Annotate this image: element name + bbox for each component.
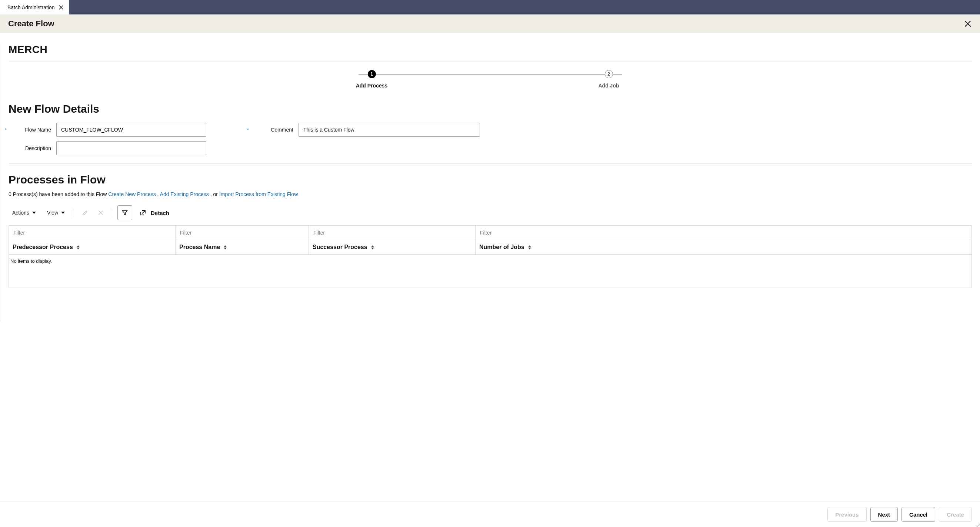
step-add-job[interactable]: 2 Add Job	[587, 70, 631, 89]
processes-table: Predecessor Process Process Name Success…	[8, 225, 972, 288]
description-label: Description	[8, 145, 51, 151]
sort-icon[interactable]	[528, 245, 531, 249]
comment-input[interactable]	[299, 123, 480, 137]
sort-icon[interactable]	[224, 245, 227, 249]
actions-menu[interactable]: Actions	[8, 208, 40, 218]
divider	[74, 209, 74, 217]
col-predecessor[interactable]: Predecessor Process	[9, 240, 175, 254]
link-create-process[interactable]: Create New Process	[108, 191, 156, 197]
field-comment: Comment	[251, 123, 480, 137]
step-label: Add Job	[598, 83, 619, 89]
intro-text: 0 Process(s) have been added to this Flo…	[8, 191, 108, 197]
comment-label: Comment	[251, 127, 293, 133]
page-header: Create Flow	[0, 14, 980, 34]
close-icon[interactable]	[59, 5, 64, 10]
field-description: Description	[8, 141, 206, 155]
link-add-existing-process[interactable]: Add Existing Process	[160, 191, 209, 197]
actions-label: Actions	[12, 210, 29, 216]
page-title: Create Flow	[8, 19, 54, 29]
divider	[8, 163, 972, 164]
processes-intro: 0 Process(s) have been added to this Flo…	[8, 191, 972, 197]
flow-name-input[interactable]	[56, 123, 206, 137]
col-label: Process Name	[179, 244, 220, 251]
section-title-processes: Processes in Flow	[8, 173, 972, 186]
divider	[112, 209, 112, 217]
empty-state: No items to display.	[9, 254, 972, 287]
step-number: 1	[368, 70, 376, 78]
col-process-name[interactable]: Process Name	[175, 240, 309, 254]
description-input[interactable]	[56, 141, 206, 155]
sort-icon[interactable]	[371, 245, 374, 249]
close-icon	[95, 207, 107, 219]
breadcrumb: MERCH	[8, 44, 972, 56]
col-number-of-jobs[interactable]: Number of Jobs	[476, 240, 972, 254]
col-label: Successor Process	[313, 244, 368, 251]
filter-row	[9, 226, 972, 240]
chevron-down-icon	[32, 212, 36, 214]
close-icon[interactable]	[964, 20, 972, 28]
view-menu[interactable]: View	[43, 208, 68, 218]
view-label: View	[47, 210, 58, 216]
pencil-icon	[79, 207, 91, 219]
section-title-flow-details: New Flow Details	[8, 103, 972, 115]
filter-njobs-input[interactable]	[477, 227, 970, 238]
stepper: 1 Add Process 2 Add Job	[8, 62, 972, 92]
detach-label: Detach	[151, 210, 169, 216]
filter-icon[interactable]	[118, 205, 132, 220]
detach-icon	[138, 208, 148, 217]
filter-name-input[interactable]	[177, 227, 307, 238]
step-add-process[interactable]: 1 Add Process	[350, 70, 394, 89]
col-successor[interactable]: Successor Process	[309, 240, 476, 254]
table-toolbar: Actions View Detach	[8, 205, 972, 220]
field-flow-name: Flow Name	[8, 123, 206, 137]
flow-name-label: Flow Name	[8, 127, 51, 133]
link-import-process[interactable]: Import Process from Existing Flow	[219, 191, 298, 197]
sep: ,	[158, 191, 160, 197]
col-label: Predecessor Process	[13, 244, 73, 251]
sort-icon[interactable]	[77, 245, 80, 249]
filter-successor-input[interactable]	[310, 227, 474, 238]
app-tab-label: Batch Administration	[7, 5, 55, 10]
header-row: Predecessor Process Process Name Success…	[9, 240, 972, 254]
sep: , or	[210, 191, 219, 197]
step-label: Add Process	[356, 83, 388, 89]
top-bar: Batch Administration	[0, 0, 980, 14]
filter-predecessor-input[interactable]	[10, 227, 174, 238]
app-tab[interactable]: Batch Administration	[0, 0, 69, 14]
col-label: Number of Jobs	[479, 244, 525, 251]
chevron-down-icon	[61, 212, 65, 214]
step-number: 2	[605, 70, 613, 78]
detach-button[interactable]: Detach	[136, 206, 172, 219]
